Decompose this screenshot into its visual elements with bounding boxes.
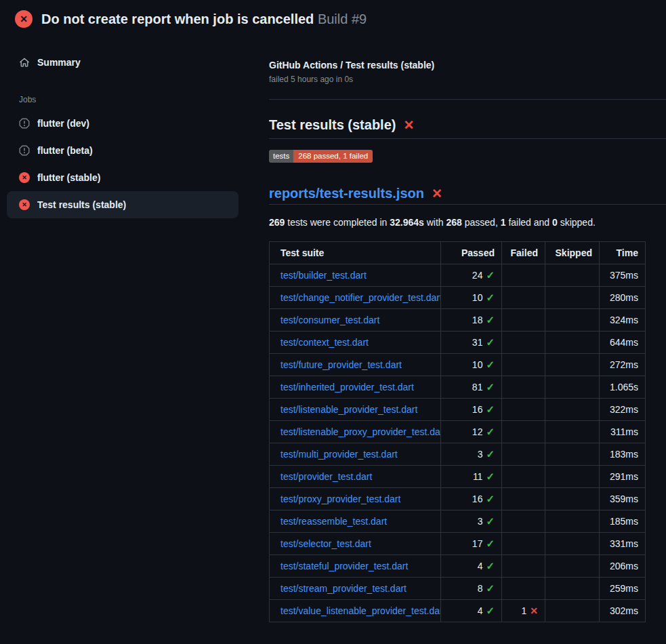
suite-cell: test/selector_test.dart xyxy=(270,533,441,555)
count-value: 24 xyxy=(472,270,483,281)
test-suite-link[interactable]: test/builder_test.dart xyxy=(280,270,367,281)
report-file-link[interactable]: reports/test-results.json xyxy=(269,184,424,202)
test-suite-link[interactable]: test/stream_provider_test.dart xyxy=(280,583,407,594)
failed-cell xyxy=(502,354,545,376)
test-suite-link[interactable]: test/reassemble_test.dart xyxy=(280,516,387,527)
failed-x-icon: ✕ xyxy=(403,119,414,132)
failed-cell xyxy=(502,287,545,309)
column-header-skipped: Skipped xyxy=(545,242,600,264)
jobs-list: flutter (dev)flutter (beta)✕flutter (sta… xyxy=(7,110,238,218)
time-cell: 280ms xyxy=(600,287,646,309)
check-icon: ✓ xyxy=(486,493,495,504)
failed-cell xyxy=(502,443,545,466)
table-row: test/context_test.dart31✓644ms xyxy=(270,331,646,354)
check-icon: ✓ xyxy=(486,448,495,460)
status-line: failed 5 hours ago in 0s xyxy=(269,75,666,84)
count-value: 16 xyxy=(472,404,483,415)
failed-cell xyxy=(502,555,545,578)
summary-number: 0 xyxy=(552,217,558,228)
skipped-cell xyxy=(545,376,600,399)
count-value: 8 xyxy=(478,583,483,594)
breadcrumb: GitHub Actions / Test results (stable) xyxy=(269,60,666,71)
sidebar-item-flutter-stable[interactable]: ✕flutter (stable) xyxy=(7,164,238,191)
sidebar-item-summary[interactable]: Summary xyxy=(7,49,238,76)
failed-status-icon: ✕ xyxy=(15,10,33,28)
check-icon: ✓ xyxy=(486,314,495,325)
test-suite-link[interactable]: test/future_provider_test.dart xyxy=(280,359,402,370)
summary-line: 269 tests were completed in 32.964s with… xyxy=(269,217,666,228)
sidebar-item-flutter-dev[interactable]: flutter (dev) xyxy=(7,110,238,137)
skipped-cell xyxy=(545,287,600,309)
sidebar-item-test-results-stable[interactable]: ✕Test results (stable) xyxy=(7,191,238,218)
checks-page: ✕ Do not create report when job is cance… xyxy=(0,0,666,644)
failed-x-icon: ✕ xyxy=(432,187,442,200)
table-row: test/stream_provider_test.dart8✓259ms xyxy=(270,578,646,600)
count-value: 1 xyxy=(521,605,526,616)
suite-cell: test/future_provider_test.dart xyxy=(270,354,441,376)
test-suite-link[interactable]: test/stateful_provider_test.dart xyxy=(280,561,408,571)
test-suite-link[interactable]: test/consumer_test.dart xyxy=(280,315,379,325)
test-suite-link[interactable]: test/listenable_proxy_provider_test.dart xyxy=(280,426,441,437)
count-value: 17 xyxy=(472,538,483,549)
test-suite-link[interactable]: test/provider_test.dart xyxy=(280,471,372,482)
test-suite-link[interactable]: test/listenable_provider_test.dart xyxy=(280,404,417,415)
failed-cell xyxy=(502,264,545,287)
summary-text: passed, xyxy=(462,217,501,228)
cancelled-status-icon xyxy=(19,145,30,156)
count-value: 3 xyxy=(478,516,483,527)
suite-cell: test/stateful_provider_test.dart xyxy=(270,555,441,578)
time-cell: 259ms xyxy=(600,578,646,600)
check-title: Test results (stable) xyxy=(269,116,396,134)
divider xyxy=(269,99,666,100)
failed-cell xyxy=(502,533,545,555)
failed-status-icon: ✕ xyxy=(19,199,30,210)
count-value: 10 xyxy=(472,292,483,303)
table-row: test/multi_provider_test.dart3✓183ms xyxy=(270,443,646,466)
time-cell: 311ms xyxy=(600,421,646,443)
count-value: 3 xyxy=(478,449,483,460)
test-suite-link[interactable]: test/proxy_provider_test.dart xyxy=(280,494,400,504)
jobs-section-label: Jobs xyxy=(19,95,238,104)
badge-value: 268 passed, 1 failed xyxy=(293,150,373,163)
count-value: 16 xyxy=(472,494,483,504)
passed-cell: 3✓ xyxy=(441,443,502,466)
test-suite-link[interactable]: test/change_notifier_provider_test.dart xyxy=(280,292,441,303)
column-header-failed: Failed xyxy=(502,242,545,264)
passed-cell: 4✓ xyxy=(441,555,502,578)
check-icon: ✓ xyxy=(486,359,495,370)
sidebar-item-flutter-beta[interactable]: flutter (beta) xyxy=(7,137,238,164)
count-value: 18 xyxy=(472,315,483,325)
check-icon: ✓ xyxy=(486,605,495,616)
sidebar: Summary Jobs flutter (dev)flutter (beta)… xyxy=(7,49,238,218)
summary-number: 1 xyxy=(501,217,506,228)
sidebar-item-label: flutter (beta) xyxy=(37,145,93,156)
test-suite-link[interactable]: test/value_listenable_provider_test.dart xyxy=(280,605,441,616)
table-row: test/proxy_provider_test.dart16✓359ms xyxy=(270,488,646,510)
test-suite-link[interactable]: test/multi_provider_test.dart xyxy=(280,449,398,460)
check-icon: ✓ xyxy=(486,336,495,348)
badge-wrap: tests 268 passed, 1 failed xyxy=(269,149,666,163)
skipped-cell xyxy=(545,488,600,510)
suite-cell: test/value_listenable_provider_test.dart xyxy=(270,600,441,622)
suite-cell: test/proxy_provider_test.dart xyxy=(270,488,441,510)
badge-label: tests xyxy=(269,150,293,163)
table-row: test/consumer_test.dart18✓324ms xyxy=(270,309,646,331)
skipped-cell xyxy=(545,354,600,376)
passed-cell: 10✓ xyxy=(441,354,502,376)
skipped-cell xyxy=(545,466,600,488)
time-cell: 291ms xyxy=(600,466,646,488)
check-title-heading: Test results (stable) ✕ xyxy=(269,116,666,134)
test-suite-link[interactable]: test/selector_test.dart xyxy=(280,538,371,549)
tests-badge: tests 268 passed, 1 failed xyxy=(269,150,373,163)
report-title-heading: reports/test-results.json ✕ xyxy=(269,184,666,202)
column-header-test-suite: Test suite xyxy=(270,242,441,264)
test-suite-link[interactable]: test/inherited_provider_test.dart xyxy=(280,382,414,393)
failed-cell xyxy=(502,466,545,488)
passed-cell: 18✓ xyxy=(441,309,502,331)
x-circle-fill-icon: ✕ xyxy=(19,172,30,183)
test-suite-link[interactable]: test/context_test.dart xyxy=(280,337,369,348)
suite-cell: test/provider_test.dart xyxy=(270,466,441,488)
column-header-time: Time xyxy=(600,242,646,264)
failed-cell xyxy=(502,510,545,533)
time-cell: 206ms xyxy=(600,555,646,578)
